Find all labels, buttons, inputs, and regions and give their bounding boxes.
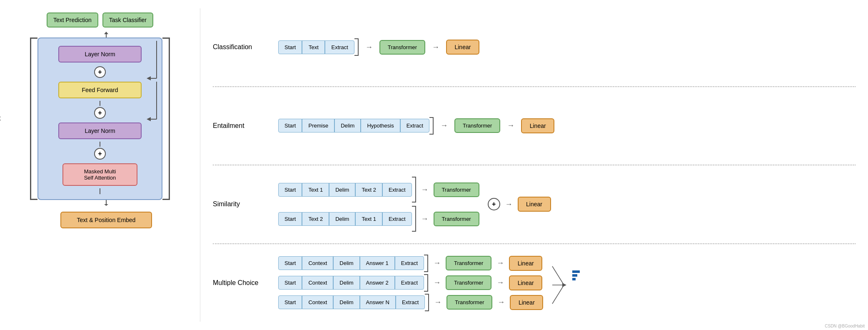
skip-arrow-1 [141,41,157,82]
left-bracket [30,38,37,200]
mini-arrow-up-2 [98,142,102,147]
mc-row-n: Start Context Delim Answer N Extract → T… [278,294,543,311]
classification-tokens: Start Text Extract [278,38,359,56]
ent-token-delim: Delim [334,119,361,132]
entailment-tokens: Start Premise Delim Hypothesis Extract [278,117,434,135]
classification-label: Classification [213,43,273,51]
sim-plus-linear: + → Linear [488,197,551,212]
feed-forward-box: Feed Forward [58,82,142,98]
mc-merge-arrows [551,258,567,308]
ent-token-premise: Premise [302,119,334,132]
top-output-boxes: Text Prediction Task Classifier [47,12,153,28]
sim-row-1: Start Text 1 Delim Text 2 Extract → Tran… [278,177,479,202]
mc-merge-svg [551,258,567,308]
ent-token-extract: Extract [400,119,429,132]
plus-circle-2: + [94,107,106,119]
layer-norm-top: Layer Norm [58,46,142,62]
svg-line-15 [552,285,564,304]
masked-attention-box: Masked MultiSelf Attention [62,163,137,186]
transformer-mc-2: Transformer [446,275,491,290]
plus-circle-1: + [94,66,106,78]
sim-plus: + [488,198,500,210]
task-classifier-box: Task Classifier [102,12,153,28]
layer-norm-bottom: Layer Norm [58,122,142,139]
mini-arrow-up-1 [98,101,102,106]
similarity-label: Similarity [213,200,273,208]
ent-seq-bracket [429,117,434,135]
linear-sim: Linear [518,197,551,212]
classification-token-seq: Start Text Extract [278,40,354,54]
plus-circle-1-row: + [42,66,157,78]
entailment-label: Entailment [213,122,273,130]
mc-section: Start Context Delim Answer 1 Extract → T… [278,255,543,311]
linear-1: Linear [446,40,479,55]
entailment-token-seq: Start Premise Delim Hypothesis Extract [278,119,429,132]
plus-circle-3: + [94,148,106,160]
sim-row-2: Start Text 2 Delim Text 1 Extract → Tran… [278,206,479,232]
mc-token-seq-n: Start Context Delim Answer N Extract [278,295,425,309]
token-start: Start [278,40,302,54]
svg-line-13 [552,266,564,285]
mc-token-seq-1: Start Context Delim Answer 1 Extract [278,256,424,270]
svg-marker-1 [104,32,108,34]
linear-mc-2: Linear [509,275,542,290]
mc-label: Multiple Choice [213,279,273,287]
similarity-row: Similarity Start Text 1 Delim Text 2 Ext… [213,165,856,244]
transformer-1: Transformer [379,40,425,55]
linear-2: Linear [521,118,554,133]
mc-row-2: Start Context Delim Answer 2 Extract → T… [278,274,543,292]
classification-row: Classification Start Text Extract → Tran… [213,8,856,87]
sim-token-seq-1: Start Text 1 Delim Text 2 Extract [278,183,412,197]
mini-arrow-down [98,188,102,194]
transformer-mc-n: Transformer [446,295,492,310]
mc-bar-chart [572,270,580,280]
repeat-label: 12x [0,115,1,122]
transformer-block-wrapper: 12x Layer Norm + [30,38,170,200]
sim-bracket-2 [412,206,416,232]
watermark: CSDN @BGoodHabit [825,324,865,328]
embed-box: Text & Position Embed [60,212,152,228]
plus-circle-2-row: + [42,107,157,119]
svg-marker-12 [104,204,108,206]
main-container: Text Prediction Task Classifier 12x Laye… [0,0,868,330]
mc-row-1: Start Context Delim Answer 1 Extract → T… [278,255,543,272]
mc-token-seq-2: Start Context Delim Answer 2 Extract [278,276,424,290]
token-extract: Extract [325,40,354,54]
arrow-up-to-outputs [94,32,119,38]
seq-bracket [354,38,359,56]
transformer-2: Transformer [454,118,500,133]
linear-mc-n: Linear [510,295,543,310]
ent-token-hypothesis: Hypothesis [361,119,400,132]
transformer-sim-2: Transformer [434,212,479,226]
skip-arrow-2 [141,82,157,123]
entailment-row: Entailment Start Premise Delim Hypothesi… [213,87,856,166]
token-text: Text [302,40,325,54]
linear-mc-1: Linear [509,256,542,271]
sim-bracket-1 [412,177,416,202]
similarity-section: Start Text 1 Delim Text 2 Extract → Tran… [278,177,479,232]
ent-token-start: Start [278,119,302,132]
multiple-choice-row: Multiple Choice Start Context Delim Answ… [213,244,856,322]
sim-token-seq-2: Start Text 2 Delim Text 1 Extract [278,212,412,226]
svg-marker-8 [147,117,151,121]
arrow-1: → [365,43,373,52]
ent-arrow-1: → [440,121,448,130]
plus-circle-3-row: + [42,148,157,160]
transformer-mc-1: Transformer [446,256,491,270]
right-bracket [162,38,170,200]
ent-arrow-2: → [507,121,514,130]
arrow-down-to-embed [104,200,108,206]
text-prediction-box: Text Prediction [47,12,98,28]
svg-marker-4 [147,76,151,80]
transformer-sim-1: Transformer [434,182,479,197]
left-panel: Text Prediction Task Classifier 12x Laye… [12,8,187,228]
transformer-block: Layer Norm + Feed Forward [37,38,162,200]
right-panel: Classification Start Text Extract → Tran… [200,8,856,322]
svg-marker-16 [562,283,566,287]
arrow-2: → [432,43,439,52]
